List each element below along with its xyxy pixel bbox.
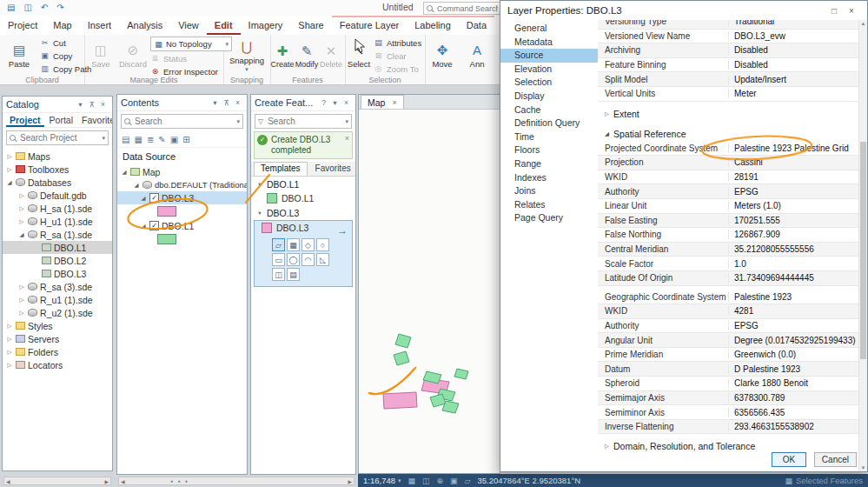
- template-search[interactable]: ▽ ▾: [255, 114, 352, 129]
- scroll-right-icon[interactable]: ▶: [348, 478, 352, 484]
- layer-symbol-swatch-pink[interactable]: [157, 206, 176, 217]
- close-icon[interactable]: ×: [97, 100, 109, 109]
- property-row[interactable]: Feature Binning Disabled: [598, 58, 858, 73]
- ribbon-tab[interactable]: Edit: [207, 16, 241, 35]
- expander-icon[interactable]: ◢: [605, 130, 609, 137]
- dialog-nav-item[interactable]: Metadata: [500, 36, 598, 50]
- dialog-nav-item[interactable]: Elevation: [500, 63, 598, 77]
- contents-toolbar-icon[interactable]: ⊞: [182, 135, 189, 144]
- template-group-dbo-l3[interactable]: ▾ DBO.L3: [251, 205, 355, 220]
- scroll-right-icon[interactable]: ▶: [104, 478, 109, 484]
- contents-toolbar-icon[interactable]: ▦: [134, 135, 142, 144]
- property-row[interactable]: Versioned View Name DBO.L3_evw: [598, 30, 858, 44]
- catalog-tree-item[interactable]: ▷ Default.gdb: [3, 189, 112, 202]
- statusbar-tool-icon[interactable]: ▣: [450, 477, 458, 485]
- section-extent[interactable]: ▷ Extent: [598, 106, 858, 122]
- construction-tool-icon[interactable]: ◠: [301, 253, 315, 266]
- template-search-input[interactable]: [266, 116, 342, 127]
- catalog-tree-item[interactable]: ▷ Folders: [3, 345, 112, 358]
- ribbon-tab[interactable]: Insert: [80, 16, 120, 35]
- property-row[interactable]: Prime Meridian Greenwich (0.0): [598, 348, 858, 363]
- expander-icon[interactable]: ▷: [18, 310, 25, 317]
- qat-icon[interactable]: ▤: [7, 0, 15, 16]
- expander-icon[interactable]: ◢: [140, 223, 147, 230]
- ribbon-tab[interactable]: View: [170, 16, 207, 35]
- catalog-tree-item[interactable]: DBO.L2: [3, 254, 112, 267]
- catalog-tree-item[interactable]: DBO.L1: [3, 241, 112, 254]
- catalog-tree-item[interactable]: ▷ H_u1 (1).sde: [3, 215, 112, 228]
- catalog-tree-item[interactable]: DBO.L3: [3, 267, 112, 280]
- expander-icon[interactable]: ▾: [256, 181, 263, 188]
- modify-button[interactable]: ✎ Modify: [295, 37, 319, 75]
- property-row[interactable]: Semimajor Axis 6378300.789: [598, 391, 858, 406]
- contents-search[interactable]: ▾: [121, 114, 243, 129]
- property-row[interactable]: Scale Factor 1.0: [598, 257, 858, 271]
- close-icon[interactable]: ×: [843, 6, 860, 16]
- property-row[interactable]: Semiminor Axis 6356566.435: [598, 405, 858, 420]
- catalog-tree-item[interactable]: ▷ H_sa (1).sde: [3, 202, 112, 215]
- dialog-nav-item[interactable]: Time: [500, 130, 598, 144]
- expander-icon[interactable]: ▷: [18, 284, 25, 290]
- catalog-tree-item[interactable]: ▷ Locators: [3, 358, 112, 371]
- attributes-button[interactable]: ▤Attributes: [374, 37, 421, 49]
- catalog-tree-item[interactable]: ▷ R_u1 (1).sde: [3, 293, 112, 306]
- statusbar-tool-icon[interactable]: ⊕: [437, 477, 444, 485]
- clear-button[interactable]: ⊠Clear: [374, 50, 421, 62]
- catalog-search-input[interactable]: [18, 132, 99, 143]
- layer-symbol-swatch-green[interactable]: [157, 234, 176, 244]
- pane-resize-grip[interactable]: ● ● ●: [170, 478, 189, 484]
- catalog-tree-item[interactable]: ▷ Toolboxes: [3, 163, 112, 176]
- help-icon[interactable]: ?: [318, 98, 329, 107]
- catalog-search[interactable]: ▾: [6, 130, 109, 145]
- paste-button[interactable]: ▤ Paste: [2, 37, 36, 75]
- property-row[interactable]: Central Meridian 35.21208055555556: [598, 243, 858, 257]
- qat-icon[interactable]: ↶: [41, 0, 48, 16]
- layer-item-dbo-l1[interactable]: ◢ ✓ DBO.L1: [117, 219, 247, 232]
- dialog-nav-item[interactable]: Joins: [500, 184, 598, 198]
- zoom-to-button[interactable]: ◎Zoom To: [374, 63, 421, 75]
- dialog-nav-item[interactable]: Relates: [500, 198, 598, 212]
- property-row[interactable]: WKID 28191: [598, 170, 858, 185]
- catalog-tab[interactable]: Project: [6, 113, 44, 127]
- command-search-input[interactable]: [435, 3, 500, 14]
- close-icon[interactable]: ×: [341, 98, 352, 107]
- expander-icon[interactable]: ◢: [121, 169, 128, 176]
- contents-toolbar-icon[interactable]: ≣: [147, 135, 154, 144]
- property-row[interactable]: Split Model Update/Insert: [598, 72, 858, 87]
- template-item-dbo-l1[interactable]: DBO.L1: [251, 191, 355, 205]
- qat-icon[interactable]: ↷: [56, 0, 63, 16]
- dialog-scrollbar[interactable]: ▲ ▼: [858, 20, 867, 471]
- expander-icon[interactable]: ▷: [605, 110, 609, 117]
- template-group-dbo-l1[interactable]: ▾ DBO.L1: [251, 177, 355, 191]
- pin-icon[interactable]: ⊼: [86, 100, 97, 109]
- dialog-titlebar[interactable]: Layer Properties: DBO.L3 □ ×: [500, 1, 867, 20]
- qat-icon[interactable]: ◫: [23, 0, 31, 16]
- map-item[interactable]: ◢ Map: [117, 165, 247, 178]
- catalog-tree-item[interactable]: ▷ Servers: [3, 332, 112, 345]
- catalog-tab[interactable]: Favorites: [78, 113, 113, 127]
- expander-icon[interactable]: ▷: [6, 323, 13, 330]
- property-row[interactable]: False Easting 170251.555: [598, 214, 858, 229]
- construction-tool-icon[interactable]: ◇: [301, 238, 315, 251]
- map-feature-pink[interactable]: [383, 392, 417, 409]
- dialog-nav-item[interactable]: Display: [500, 90, 598, 103]
- map-scale-control[interactable]: 1:16,748 ▾: [363, 476, 401, 485]
- scroll-up-icon[interactable]: ▲: [859, 21, 867, 26]
- dialog-nav-item[interactable]: Floors: [500, 143, 598, 157]
- construction-tool-icon[interactable]: ▦: [287, 238, 300, 251]
- workspace-item[interactable]: ◢ dbo.DEFAULT (Traditional) - s: [117, 178, 247, 191]
- construction-tool-icon[interactable]: ◺: [316, 253, 329, 266]
- ribbon-tab[interactable]: Feature Layer: [332, 16, 407, 35]
- close-icon[interactable]: ×: [345, 134, 349, 143]
- map-view[interactable]: Map ×: [358, 94, 500, 474]
- property-row[interactable]: False Northing 126867.909: [598, 228, 858, 243]
- template-tab[interactable]: Favorites: [308, 162, 356, 176]
- catalog-tree-item[interactable]: ◢ R_sa (1).sde: [3, 228, 112, 241]
- close-icon[interactable]: ×: [392, 98, 396, 107]
- close-icon[interactable]: ×: [232, 98, 243, 107]
- ribbon-tab[interactable]: Data: [459, 16, 494, 35]
- property-row[interactable]: Archiving Disabled: [598, 43, 858, 58]
- expander-icon[interactable]: ▷: [6, 349, 13, 356]
- map-view-tab[interactable]: Map ×: [361, 95, 404, 109]
- scroll-left-icon[interactable]: ◀: [121, 478, 125, 484]
